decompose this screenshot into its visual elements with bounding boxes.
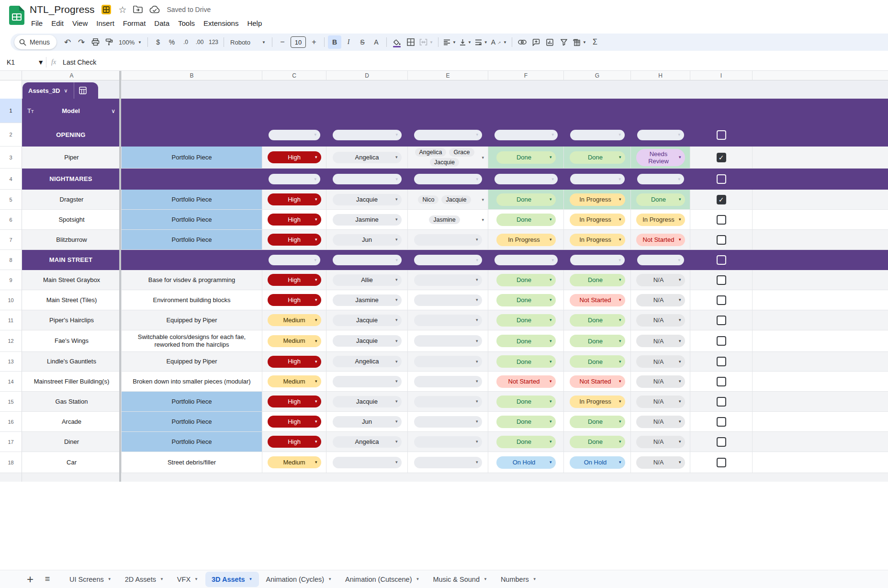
dropdown-arrow-icon[interactable]: ▾	[550, 339, 552, 343]
dropdown-arrow-icon[interactable]: ▾	[551, 258, 554, 262]
dropdown-arrow-icon[interactable]: ▾	[395, 318, 398, 322]
dropdown-arrow-icon[interactable]: ▾	[315, 155, 317, 159]
menu-item-extensions[interactable]: Extensions	[199, 17, 243, 29]
empty-dropdown-pill[interactable]: ▾	[570, 255, 625, 265]
assignee-chip[interactable]: Grace	[449, 148, 474, 157]
assignee-pill[interactable]: Jun▾	[333, 234, 402, 246]
column-header-F[interactable]: F	[488, 71, 564, 80]
cell-C10[interactable]: High▾	[262, 290, 326, 310]
cell-D18[interactable]: ▾	[326, 452, 408, 473]
dropdown-arrow-icon[interactable]: ▾	[476, 278, 478, 282]
cell-B9[interactable]: Base for visdev & programming	[122, 270, 262, 290]
cell-F13[interactable]: Done▾	[488, 352, 564, 372]
saved-status[interactable]: Saved to Drive	[167, 6, 211, 13]
cell-C18[interactable]: Medium▾	[262, 452, 326, 473]
dropdown-arrow-icon[interactable]: ▾	[315, 440, 317, 444]
status-pill[interactable]: Done▾	[570, 436, 625, 448]
cell-I10[interactable]	[690, 290, 753, 310]
cell-B7[interactable]: Portfolio Piece	[122, 230, 262, 250]
empty-dropdown-pill[interactable]: ▾	[333, 174, 402, 184]
sheet-tab-3d-assets[interactable]: 3D Assets▼	[205, 572, 259, 587]
dropdown-arrow-icon[interactable]: ▾	[395, 298, 398, 302]
dropdown-arrow-icon[interactable]: ▾	[476, 399, 478, 404]
menu-item-view[interactable]: View	[68, 17, 92, 29]
row-number-13[interactable]: 13	[0, 352, 22, 372]
row-number-1[interactable]: 1	[0, 99, 22, 123]
cell-H6[interactable]: In Progress▾	[631, 210, 690, 230]
dropdown-arrow-icon[interactable]: ▾	[679, 399, 681, 404]
functions-button[interactable]: Σ	[588, 35, 602, 49]
dropdown-arrow-icon[interactable]: ▾	[395, 217, 398, 222]
cell-H4[interactable]: ▾	[631, 169, 690, 190]
dropdown-arrow-icon[interactable]: ▾	[476, 177, 478, 181]
cell-D2[interactable]: ▾	[326, 123, 408, 147]
cell-F17[interactable]: Done▾	[488, 432, 564, 452]
dropdown-arrow-icon[interactable]: ▾	[395, 399, 398, 404]
cell-D3[interactable]: Angelica▾	[326, 147, 408, 169]
exported-checkbox[interactable]	[717, 458, 726, 467]
status-pill[interactable]: Done▾	[496, 355, 556, 368]
cell-I9[interactable]	[690, 270, 753, 290]
status-pill[interactable]: N/A▾	[636, 335, 685, 347]
dropdown-arrow-icon[interactable]: ▾	[619, 360, 621, 364]
dropdown-arrow-icon[interactable]: ▾	[395, 177, 398, 181]
cell-G4[interactable]: ▾	[564, 169, 631, 190]
cell-H8[interactable]: ▾	[631, 250, 690, 270]
dropdown-arrow-icon[interactable]: ▾	[315, 399, 317, 404]
cell-D6[interactable]: Jasmine▾	[326, 210, 408, 230]
dropdown-arrow-icon[interactable]: ▾	[315, 217, 317, 222]
column-header-E[interactable]: E	[408, 71, 488, 80]
bold-button[interactable]: B	[328, 35, 341, 49]
cell-G3[interactable]: Done▾	[564, 147, 631, 169]
assignee-pill[interactable]: ▾	[414, 274, 482, 286]
status-pill[interactable]: Done▾	[570, 151, 625, 164]
sort-chevron-icon[interactable]: ∨	[111, 108, 115, 114]
cell-B13[interactable]: Equipped by Piper	[122, 352, 262, 372]
cell-C12[interactable]: Medium▾	[262, 330, 326, 352]
cell-E12[interactable]: ▾	[408, 330, 488, 352]
cell-B16[interactable]: Portfolio Piece	[122, 412, 262, 432]
priority-pill[interactable]: High▾	[268, 151, 321, 163]
assignee-pill[interactable]: ▾	[414, 436, 482, 448]
cell-F8[interactable]: ▾	[488, 250, 564, 270]
cell-D10[interactable]: Jasmine▾	[326, 290, 408, 310]
row-number-17[interactable]: 17	[0, 432, 22, 452]
dropdown-arrow-icon[interactable]: ▾	[678, 133, 680, 137]
dropdown-arrow-icon[interactable]: ▾	[476, 440, 478, 444]
cell-C13[interactable]: High▾	[262, 352, 326, 372]
cell-G14[interactable]: Not Started▾	[564, 372, 631, 392]
priority-pill[interactable]: High▾	[268, 416, 321, 428]
cell-F2[interactable]: ▾	[488, 123, 564, 147]
dropdown-arrow-icon[interactable]: ▾	[315, 237, 317, 242]
italic-button[interactable]: I	[342, 35, 355, 49]
column-header-I[interactable]: I	[690, 71, 753, 80]
cell-D14[interactable]: ▾	[326, 372, 408, 392]
dropdown-arrow-icon[interactable]: ▾	[679, 318, 681, 322]
cell-I3[interactable]: ✓	[690, 147, 753, 169]
star-icon[interactable]: ☆	[118, 4, 126, 15]
sheet-tab-animation-cycles-[interactable]: Animation (Cycles)▼	[260, 572, 338, 587]
dropdown-arrow-icon[interactable]: ▾	[476, 339, 478, 343]
status-pill[interactable]: Done▾	[496, 214, 556, 226]
empty-dropdown-pill[interactable]: ▾	[269, 255, 320, 265]
cell-H17[interactable]: N/A▾	[631, 432, 690, 452]
cell-F14[interactable]: Not Started▾	[488, 372, 564, 392]
dropdown-arrow-icon[interactable]: ▾	[618, 258, 621, 262]
menu-item-tools[interactable]: Tools	[174, 17, 199, 29]
empty-dropdown-pill[interactable]: ▾	[495, 130, 558, 140]
row-number-16[interactable]: 16	[0, 412, 22, 432]
exported-checkbox[interactable]	[717, 336, 726, 346]
status-pill[interactable]: On Hold▾	[496, 456, 556, 469]
cell-A11[interactable]: Piper's Hairclips	[22, 310, 122, 330]
dropdown-arrow-icon[interactable]: ▾	[619, 379, 621, 384]
cell-H2[interactable]: ▾	[631, 123, 690, 147]
cell-I17[interactable]	[690, 432, 753, 452]
dropdown-arrow-icon[interactable]: ▾	[619, 419, 621, 424]
dropdown-arrow-icon[interactable]: ▾	[550, 419, 552, 424]
assignee-pill[interactable]: ▾	[414, 315, 482, 326]
row-number-12[interactable]: 12	[0, 330, 22, 352]
corner-select-all[interactable]	[0, 71, 22, 80]
dropdown-arrow-icon[interactable]: ▾	[482, 154, 484, 161]
dropdown-arrow-icon[interactable]: ▾	[679, 197, 681, 202]
cell-C9[interactable]: High▾	[262, 270, 326, 290]
